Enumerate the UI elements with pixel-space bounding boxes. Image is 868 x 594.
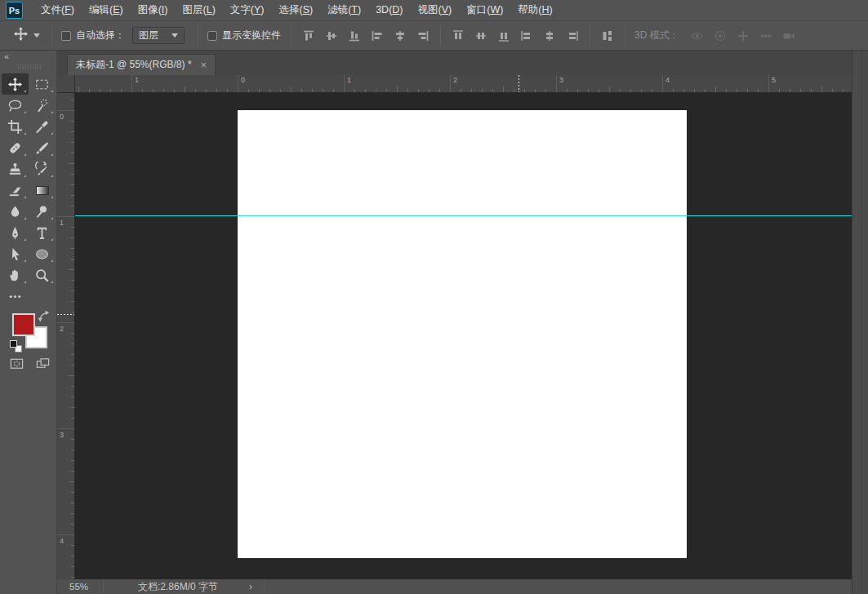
document-tab[interactable]: 未标题-1 @ 55%(RGB/8) * × — [67, 54, 216, 75]
align-vertical-centers-button[interactable] — [321, 26, 342, 46]
ellipse-tool[interactable] — [29, 243, 56, 264]
zoom-level-field[interactable]: 55% — [57, 582, 103, 592]
tools-panel: « — [0, 51, 57, 594]
zoom-tool[interactable] — [29, 264, 56, 286]
ruler-tick — [216, 89, 217, 92]
menu-item-text: 编辑( — [89, 4, 113, 16]
menu-item-5[interactable]: 选择(S) — [271, 0, 320, 20]
distribute-horizontal-centers-button[interactable] — [539, 26, 560, 46]
align-horizontal-centers-button[interactable] — [389, 26, 411, 46]
divider — [198, 25, 198, 47]
ruler-number: 1 — [60, 219, 64, 227]
screen-mode-button[interactable] — [32, 354, 53, 372]
foreground-color-swatch[interactable] — [12, 313, 35, 336]
ruler-tick — [832, 89, 833, 92]
quick-mask-mode-button[interactable] — [6, 354, 27, 372]
menu-item-text: ) — [550, 4, 553, 16]
default-colors-icon[interactable] — [10, 340, 23, 353]
ruler-tick — [71, 142, 74, 143]
ruler-tick — [588, 89, 589, 92]
rectangular-marquee-tool[interactable] — [29, 73, 56, 95]
ruler-tick — [768, 75, 769, 92]
menu-item-2[interactable]: 图像(I) — [131, 0, 176, 20]
eyedropper-tool[interactable] — [29, 116, 56, 137]
align-left-edges-button[interactable] — [367, 26, 388, 46]
auto-select-checkbox[interactable] — [61, 31, 71, 41]
3d-roll-button — [710, 26, 731, 46]
spot-healing-brush-tool[interactable] — [2, 137, 29, 158]
brush-tool[interactable] — [29, 137, 56, 158]
path-selection-tool[interactable] — [2, 243, 29, 264]
vertical-ruler[interactable]: 01234 — [57, 93, 75, 579]
menu-item-6[interactable]: 滤镜(T) — [320, 0, 368, 20]
quick-selection-tool[interactable] — [29, 95, 56, 116]
crop-tool[interactable] — [2, 116, 29, 137]
lasso-tool[interactable] — [2, 95, 29, 116]
ruler-tick — [673, 89, 674, 92]
distribute-right-edges-button[interactable] — [562, 26, 583, 46]
distribute-buttons-group — [447, 26, 584, 46]
ruler-tick — [344, 75, 345, 92]
collapse-panel-button[interactable]: « — [4, 51, 8, 61]
menu-item-text: 文件( — [41, 4, 65, 16]
ruler-tick — [662, 75, 663, 92]
menu-item-1[interactable]: 编辑(E) — [82, 0, 131, 20]
tool-preset-picker[interactable] — [13, 26, 40, 45]
menu-item-text: ) — [399, 4, 403, 16]
ruler-tick — [652, 89, 652, 92]
hand-tool[interactable] — [2, 264, 29, 286]
ruler-tick — [71, 460, 74, 461]
menu-bar: Ps 文件(F)编辑(E)图像(I)图层(L)文字(Y)选择(S)滤镜(T)3D… — [0, 0, 868, 21]
align-right-edges-button[interactable] — [412, 26, 434, 46]
blur-tool[interactable] — [2, 201, 29, 222]
gradient-tool[interactable] — [29, 180, 56, 201]
status-expand-chevron-icon[interactable]: › — [249, 581, 252, 592]
ruler-tick — [121, 89, 122, 92]
menu-item-7[interactable]: 3D(D) — [368, 0, 410, 20]
menu-item-text: ) — [164, 4, 167, 16]
clone-stamp-tool[interactable] — [2, 158, 29, 180]
ruler-tick — [429, 89, 430, 92]
menu-item-9[interactable]: 窗口(W) — [459, 0, 510, 20]
distribute-vertical-centers-button[interactable] — [470, 26, 492, 46]
swap-colors-icon[interactable] — [37, 309, 52, 328]
menu-item-3[interactable]: 图层(L) — [176, 0, 223, 20]
ruler-tick — [57, 428, 74, 429]
close-icon[interactable]: × — [201, 60, 207, 70]
menu-item-text: ) — [500, 4, 503, 16]
ruler-tick — [71, 248, 74, 249]
edit-toolbar-button[interactable] — [2, 286, 29, 307]
distribute-left-edges-button[interactable] — [516, 26, 537, 46]
blur-icon — [7, 204, 23, 219]
menu-item-8[interactable]: 视图(V) — [411, 0, 460, 20]
menu-item-10[interactable]: 帮助(H) — [510, 0, 559, 20]
history-brush-tool[interactable] — [29, 158, 56, 180]
dodge-tool[interactable] — [29, 201, 56, 222]
menu-item-text: ) — [309, 4, 313, 16]
ellipse-icon — [34, 246, 50, 262]
document-canvas[interactable] — [238, 110, 687, 558]
panel-grip[interactable] — [18, 64, 41, 69]
ruler-tick — [248, 89, 249, 92]
align-top-edges-button[interactable] — [298, 26, 319, 46]
menu-item-4[interactable]: 文字(Y) — [223, 0, 272, 20]
show-transform-controls-checkbox[interactable] — [207, 31, 217, 41]
ruler-tick — [514, 89, 514, 92]
move-tool[interactable] — [2, 73, 29, 95]
auto-select-target-dropdown[interactable]: 图层 — [132, 27, 185, 44]
horizontal-ruler[interactable]: 1012345 — [75, 75, 852, 93]
ruler-number: 4 — [60, 537, 64, 545]
ruler-tick — [71, 184, 74, 185]
eraser-tool[interactable] — [2, 180, 29, 201]
horizontal-guide[interactable] — [75, 215, 852, 216]
align-bottom-edges-button[interactable] — [344, 26, 365, 46]
ruler-origin-corner[interactable] — [57, 75, 75, 93]
pen-tool[interactable] — [2, 222, 29, 243]
auto-align-layers-button[interactable] — [597, 26, 618, 46]
3d-mode-label: 3D 模式： — [634, 29, 679, 42]
ruler-tick — [524, 89, 525, 92]
distribute-bottom-edges-button[interactable] — [493, 26, 514, 46]
horizontal-type-tool[interactable] — [29, 222, 56, 243]
distribute-top-edges-button[interactable] — [447, 26, 469, 46]
menu-item-0[interactable]: 文件(F) — [33, 0, 82, 20]
